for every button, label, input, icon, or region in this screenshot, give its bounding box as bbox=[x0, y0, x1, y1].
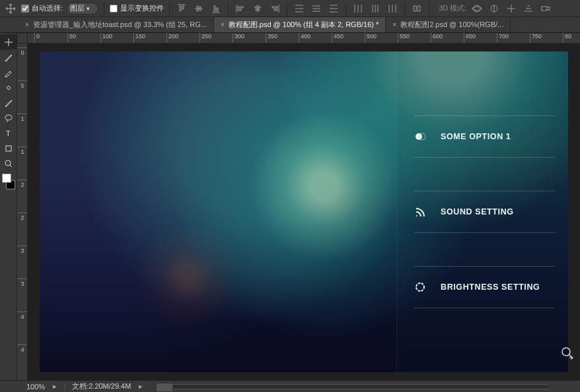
document-canvas[interactable]: SOME OPTION 1 SOUND SETTING bbox=[40, 51, 568, 372]
divider bbox=[287, 1, 287, 16]
document-tab[interactable]: × 教程配图2.psd @ 100%(RGB/... bbox=[386, 17, 511, 32]
ruler-tick: 1 bbox=[17, 114, 28, 122]
dist-hcenter-icon[interactable] bbox=[369, 2, 382, 15]
ruler-tick: 0 bbox=[17, 48, 28, 56]
foreground-color-swatch[interactable] bbox=[2, 174, 11, 183]
ruler-tick: 4 bbox=[17, 344, 28, 353]
ruler-tick: 650 bbox=[464, 33, 476, 44]
rss-icon bbox=[414, 206, 426, 218]
move-tool-indicator-icon bbox=[4, 2, 17, 15]
scroll-slider[interactable] bbox=[156, 384, 548, 389]
divider bbox=[104, 1, 104, 16]
divider bbox=[345, 1, 346, 16]
dist-bottom-icon[interactable] bbox=[327, 2, 340, 15]
align-hcenter-icon[interactable] bbox=[251, 2, 264, 15]
brush-tool-icon[interactable] bbox=[0, 49, 17, 65]
settings-overlay-panel: SOME OPTION 1 SOUND SETTING bbox=[396, 51, 568, 372]
eyedropper-tool-icon[interactable] bbox=[0, 65, 17, 80]
dist-left-icon[interactable] bbox=[351, 2, 365, 15]
dist-right-icon[interactable] bbox=[386, 2, 399, 15]
ruler-tick: 4 bbox=[17, 311, 28, 320]
ruler-horizontal[interactable]: 0501001502002503003504004505005506006507… bbox=[28, 33, 580, 44]
align-left-icon[interactable] bbox=[234, 2, 247, 15]
healing-tool-icon[interactable] bbox=[0, 80, 17, 95]
shape-tool-icon[interactable] bbox=[0, 141, 17, 156]
ruler-tick: 100 bbox=[100, 33, 112, 44]
auto-align-icon[interactable] bbox=[410, 2, 423, 15]
ruler-tick: 250 bbox=[199, 33, 211, 44]
3d-slide-icon[interactable] bbox=[522, 2, 535, 15]
canvas-area[interactable]: SOME OPTION 1 SOUND SETTING bbox=[28, 44, 580, 380]
ruler-tick: 5 bbox=[17, 81, 28, 89]
divider bbox=[429, 1, 429, 16]
ruler-tick: 2 bbox=[17, 212, 28, 221]
zoom-caret-icon[interactable]: ▸ bbox=[53, 382, 57, 391]
align-bottom-icon[interactable] bbox=[209, 2, 223, 15]
svg-rect-3 bbox=[542, 7, 547, 11]
overlay-row-option1[interactable]: SOME OPTION 1 bbox=[414, 115, 555, 158]
dist-top-icon[interactable] bbox=[293, 2, 306, 15]
align-vcenter-icon[interactable] bbox=[192, 2, 205, 15]
svg-point-7 bbox=[5, 160, 11, 166]
ruler-tick: 500 bbox=[365, 33, 377, 44]
pencil-tool-icon[interactable] bbox=[0, 95, 17, 110]
ruler-tick: 80 bbox=[563, 33, 571, 44]
ruler-tick: 700 bbox=[497, 33, 509, 44]
ruler-tick: 0 bbox=[34, 33, 40, 44]
tab-label: 资源管理器_输入地址toast.psd @ 33.3% (组 25, RG... bbox=[33, 20, 207, 30]
ruler-tick: 350 bbox=[266, 33, 277, 44]
document-tab[interactable]: × 教程配图.psd @ 100% (组 4 副本 2, RGB/16) * bbox=[214, 17, 386, 32]
align-top-icon[interactable] bbox=[175, 2, 188, 15]
status-bar: 100% ▸ 文档:2.20M/29.4M ▸ bbox=[0, 380, 580, 392]
divider bbox=[65, 383, 65, 391]
document-tab[interactable]: × 资源管理器_输入地址toast.psd @ 33.3% (组 25, RG.… bbox=[18, 17, 214, 32]
3d-pan-icon[interactable] bbox=[505, 2, 518, 15]
zoom-tool-icon[interactable] bbox=[0, 156, 17, 171]
tool-rail: T bbox=[0, 33, 17, 380]
close-icon[interactable]: × bbox=[25, 21, 29, 28]
ruler-vertical[interactable]: 0511223344 bbox=[17, 44, 28, 380]
ruler-origin[interactable] bbox=[17, 33, 28, 44]
overlay-row-sound[interactable]: SOUND SETTING bbox=[414, 191, 555, 233]
scroll-thumb[interactable] bbox=[156, 383, 173, 392]
lasso-tool-icon[interactable] bbox=[0, 110, 17, 125]
ruler-tick: 2 bbox=[17, 180, 28, 188]
doc-info: 文档:2.20M/29.4M bbox=[72, 381, 131, 391]
dist-vcenter-icon[interactable] bbox=[310, 2, 323, 15]
overlay-row-brightness[interactable]: BRIGHTNESS SETTING bbox=[414, 266, 555, 308]
3d-mode-label: 3D 模式: bbox=[439, 3, 466, 13]
3d-roll-icon[interactable] bbox=[488, 2, 501, 15]
toggle-icon bbox=[414, 131, 426, 143]
ruler-tick: 450 bbox=[332, 33, 344, 44]
show-transform-controls-checkbox[interactable]: 显示变换控件 bbox=[110, 3, 164, 13]
workspace: T 05010015020025030035040045050055060065… bbox=[0, 33, 580, 380]
close-icon[interactable]: × bbox=[221, 21, 225, 28]
3d-orbit-icon[interactable] bbox=[470, 2, 484, 15]
align-right-icon[interactable] bbox=[268, 2, 281, 15]
ruler-tick: 300 bbox=[233, 33, 244, 44]
canvas-wrap: 0501001502002503003504004505005506006507… bbox=[17, 33, 580, 380]
svg-point-4 bbox=[5, 115, 12, 120]
ruler-tick: 3 bbox=[17, 245, 28, 254]
tab-label: 教程配图.psd @ 100% (组 4 副本 2, RGB/16) * bbox=[229, 20, 379, 30]
svg-point-10 bbox=[416, 283, 424, 291]
text-tool-icon[interactable]: T bbox=[0, 125, 17, 141]
color-swatches[interactable] bbox=[2, 174, 15, 189]
3d-camera-icon[interactable] bbox=[539, 2, 552, 15]
svg-text:T: T bbox=[6, 129, 11, 137]
divider bbox=[404, 1, 405, 16]
svg-rect-6 bbox=[6, 146, 11, 151]
zoom-level[interactable]: 100% bbox=[26, 383, 45, 391]
document-tab-bar: × 资源管理器_输入地址toast.psd @ 33.3% (组 25, RG.… bbox=[0, 17, 580, 33]
doc-info-caret-icon[interactable]: ▸ bbox=[139, 382, 143, 391]
close-icon[interactable]: × bbox=[392, 21, 396, 28]
auto-select-type-dropdown[interactable]: 图层 ▾ bbox=[67, 3, 98, 15]
move-tool-icon[interactable] bbox=[0, 34, 17, 49]
ruler-tick: 600 bbox=[431, 33, 443, 44]
ruler-tick: 200 bbox=[166, 33, 178, 44]
divider bbox=[228, 1, 229, 16]
ruler-tick: 3 bbox=[17, 278, 28, 287]
divider bbox=[169, 1, 170, 16]
auto-select-checkbox[interactable]: 自动选择: bbox=[21, 3, 63, 13]
ruler-tick: 550 bbox=[398, 33, 410, 44]
